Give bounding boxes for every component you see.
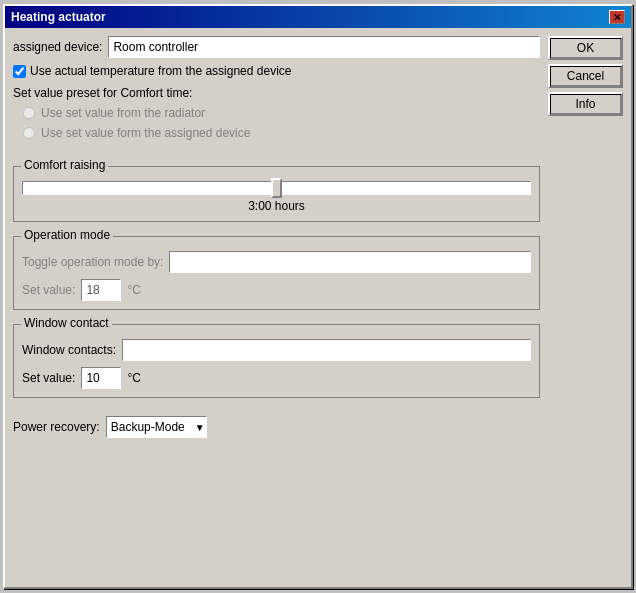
comfort-raising-border: Comfort raising 3:00 hours [13, 166, 540, 222]
operation-mode-group: Operation mode Toggle operation mode by:… [13, 236, 540, 310]
comfort-slider[interactable] [27, 186, 526, 190]
set-value1-label: Set value: [22, 283, 75, 297]
main-content: assigned device: Use actual temperature … [13, 36, 540, 579]
set-value1-input[interactable] [81, 279, 121, 301]
comfort-raising-group: Comfort raising 3:00 hours [13, 166, 540, 222]
window-contact-title: Window contact [21, 316, 112, 330]
title-bar: Heating actuator ✕ [5, 6, 631, 28]
window-contacts-label: Window contacts: [22, 343, 116, 357]
set-value-preset-row: Set value preset for Comfort time: [13, 84, 540, 100]
cancel-button[interactable]: Cancel [548, 64, 623, 88]
assigned-device-input[interactable] [108, 36, 540, 58]
comfort-time-display: 3:00 hours [22, 199, 531, 213]
side-buttons: OK Cancel Info [548, 36, 623, 579]
window-contacts-input[interactable] [122, 339, 531, 361]
unit2-label: °C [127, 371, 140, 385]
set-value-preset-label: Set value preset for Comfort time: [13, 86, 192, 100]
radio2-row: Use set value form the assigned device [13, 126, 540, 140]
set-value1-row: Set value: °C [22, 279, 531, 301]
use-actual-temp-row: Use actual temperature from the assigned… [13, 64, 540, 78]
power-recovery-dropdown-wrapper: Backup-Mode On Off ▼ [106, 416, 207, 438]
radio1-row: Use set value from the radiator [13, 106, 540, 120]
dialog-window: Heating actuator ✕ assigned device: Use … [3, 4, 633, 589]
close-button[interactable]: ✕ [609, 10, 625, 24]
radio2-label: Use set value form the assigned device [41, 126, 250, 140]
unit1-label: °C [127, 283, 140, 297]
use-actual-temp-checkbox[interactable] [13, 65, 26, 78]
operation-mode-border: Operation mode Toggle operation mode by:… [13, 236, 540, 310]
radio1-label: Use set value from the radiator [41, 106, 205, 120]
window-contact-border: Window contact Window contacts: Set valu… [13, 324, 540, 398]
dialog-title: Heating actuator [11, 10, 106, 24]
dialog-body: assigned device: Use actual temperature … [5, 28, 631, 587]
set-value2-row: Set value: °C [22, 367, 531, 389]
power-recovery-row: Power recovery: Backup-Mode On Off ▼ [13, 416, 540, 438]
info-button[interactable]: Info [548, 92, 623, 116]
toggle-input[interactable] [169, 251, 531, 273]
comfort-raising-title: Comfort raising [21, 158, 108, 172]
window-contacts-row: Window contacts: [22, 339, 531, 361]
radio1-input[interactable] [23, 107, 35, 119]
toggle-label: Toggle operation mode by: [22, 255, 163, 269]
use-actual-temp-label: Use actual temperature from the assigned… [30, 64, 291, 78]
slider-wrapper [22, 181, 531, 195]
set-value2-label: Set value: [22, 371, 75, 385]
power-recovery-label: Power recovery: [13, 420, 100, 434]
power-recovery-dropdown[interactable]: Backup-Mode On Off [106, 416, 207, 438]
toggle-row: Toggle operation mode by: [22, 251, 531, 273]
ok-button[interactable]: OK [548, 36, 623, 60]
window-contact-group: Window contact Window contacts: Set valu… [13, 324, 540, 398]
assigned-device-row: assigned device: [13, 36, 540, 58]
assigned-device-label: assigned device: [13, 40, 102, 54]
radio2-input[interactable] [23, 127, 35, 139]
operation-mode-title: Operation mode [21, 228, 113, 242]
set-value2-input[interactable] [81, 367, 121, 389]
